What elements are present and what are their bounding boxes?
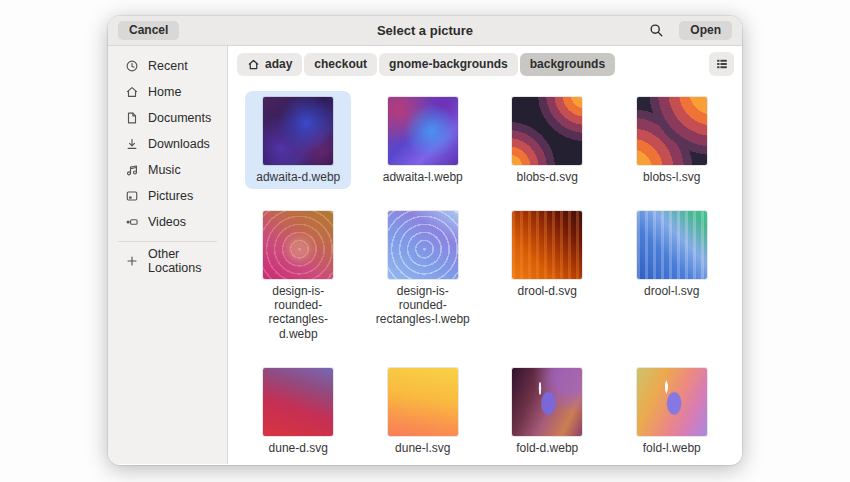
search-icon <box>649 23 664 38</box>
sidebar-item-documents[interactable]: Documents <box>112 105 223 131</box>
sidebar-item-other-locations[interactable]: Other Locations <box>112 248 223 274</box>
list-view-icon <box>715 57 729 71</box>
breadcrumb-checkout[interactable]: checkout <box>304 53 377 76</box>
sidebar-item-videos[interactable]: Videos <box>112 209 223 235</box>
file-item-dune-l[interactable]: dune-l.svg <box>370 362 476 460</box>
sidebar-item-label: Home <box>148 85 181 99</box>
file-thumbnail <box>512 368 582 436</box>
breadcrumb-backgrounds[interactable]: backgrounds <box>520 53 615 76</box>
file-name: design-is-rounded-rectangles-l.webp <box>374 284 472 326</box>
file-thumbnail <box>512 97 582 165</box>
breadcrumb: aday checkout gnome-backgrounds backgrou… <box>237 53 615 76</box>
music-note-icon <box>125 163 139 177</box>
home-icon <box>247 58 260 71</box>
breadcrumb-label: checkout <box>314 57 367 71</box>
file-item-design-d[interactable]: design-is-rounded-rectangles-d.webp <box>245 205 351 346</box>
cancel-button[interactable]: Cancel <box>118 21 179 40</box>
file-item-dune-d[interactable]: dune-d.svg <box>245 362 351 460</box>
home-icon <box>125 85 139 99</box>
file-name: drool-l.svg <box>644 284 699 298</box>
file-name: fold-d.webp <box>516 441 578 455</box>
sidebar-item-label: Videos <box>148 215 186 229</box>
file-item-fold-l[interactable]: fold-l.webp <box>619 362 725 460</box>
content-area: aday checkout gnome-backgrounds backgrou… <box>228 46 742 464</box>
file-item-fold-d[interactable]: fold-d.webp <box>494 362 600 460</box>
breadcrumb-home[interactable]: aday <box>237 53 302 76</box>
file-thumbnail <box>512 211 582 279</box>
file-name: blobs-d.svg <box>517 170 578 184</box>
sidebar-item-downloads[interactable]: Downloads <box>112 131 223 157</box>
file-name: design-is-rounded-rectangles-d.webp <box>249 284 347 341</box>
breadcrumb-label: gnome-backgrounds <box>389 57 508 71</box>
file-item-blobs-d[interactable]: blobs-d.svg <box>494 91 600 189</box>
sidebar-item-label: Recent <box>148 59 188 73</box>
file-thumbnail <box>388 368 458 436</box>
sidebar-item-pictures[interactable]: Pictures <box>112 183 223 209</box>
file-thumbnail <box>263 211 333 279</box>
document-icon <box>125 111 139 125</box>
file-item-adwaita-d[interactable]: adwaita-d.webp <box>245 91 351 189</box>
file-item-drool-l[interactable]: drool-l.svg <box>619 205 725 346</box>
file-thumbnail <box>637 97 707 165</box>
sidebar-separator <box>118 241 217 242</box>
sidebar-item-label: Downloads <box>148 137 210 151</box>
clock-icon <box>125 59 139 73</box>
search-button[interactable] <box>645 20 667 42</box>
video-camera-icon <box>125 215 139 229</box>
file-item-blobs-l[interactable]: blobs-l.svg <box>619 91 725 189</box>
file-thumbnail <box>263 97 333 165</box>
breadcrumb-label: backgrounds <box>530 57 605 71</box>
file-name: adwaita-l.webp <box>383 170 463 184</box>
breadcrumb-gnome-backgrounds[interactable]: gnome-backgrounds <box>379 53 518 76</box>
sidebar-item-label: Documents <box>148 111 211 125</box>
sidebar-item-home[interactable]: Home <box>112 79 223 105</box>
file-name: blobs-l.svg <box>643 170 700 184</box>
sidebar-item-label: Pictures <box>148 189 193 203</box>
file-name: fold-l.webp <box>643 441 701 455</box>
file-name: drool-d.svg <box>518 284 577 298</box>
path-bar: aday checkout gnome-backgrounds backgrou… <box>228 46 742 80</box>
file-chooser-dialog: Cancel Select a picture Open Recen <box>108 16 742 465</box>
sidebar-item-music[interactable]: Music <box>112 157 223 183</box>
picture-icon <box>125 189 139 203</box>
header-bar: Cancel Select a picture Open <box>108 16 742 46</box>
file-item-adwaita-l[interactable]: adwaita-l.webp <box>370 91 476 189</box>
file-name: dune-l.svg <box>395 441 450 455</box>
file-thumbnail <box>637 211 707 279</box>
file-grid: adwaita-d.webp adwaita-l.webp blobs-d.sv… <box>228 80 742 464</box>
header-actions: Open <box>645 20 732 42</box>
file-item-design-l[interactable]: design-is-rounded-rectangles-l.webp <box>370 205 476 346</box>
plus-icon <box>125 254 139 268</box>
download-icon <box>125 137 139 151</box>
places-sidebar: Recent Home Documents <box>108 46 228 464</box>
sidebar-item-label: Music <box>148 163 181 177</box>
sidebar-item-label: Other Locations <box>148 247 215 275</box>
open-button[interactable]: Open <box>679 21 732 40</box>
file-thumbnail <box>388 97 458 165</box>
file-name: dune-d.svg <box>269 441 328 455</box>
file-item-drool-d[interactable]: drool-d.svg <box>494 205 600 346</box>
file-thumbnail <box>637 368 707 436</box>
sidebar-item-recent[interactable]: Recent <box>112 53 223 79</box>
breadcrumb-label: aday <box>265 57 292 71</box>
list-view-toggle-button[interactable] <box>709 52 734 76</box>
file-thumbnail <box>263 368 333 436</box>
file-thumbnail <box>388 211 458 279</box>
desktop-backdrop: Cancel Select a picture Open Recen <box>0 0 850 482</box>
file-name: adwaita-d.webp <box>256 170 340 184</box>
